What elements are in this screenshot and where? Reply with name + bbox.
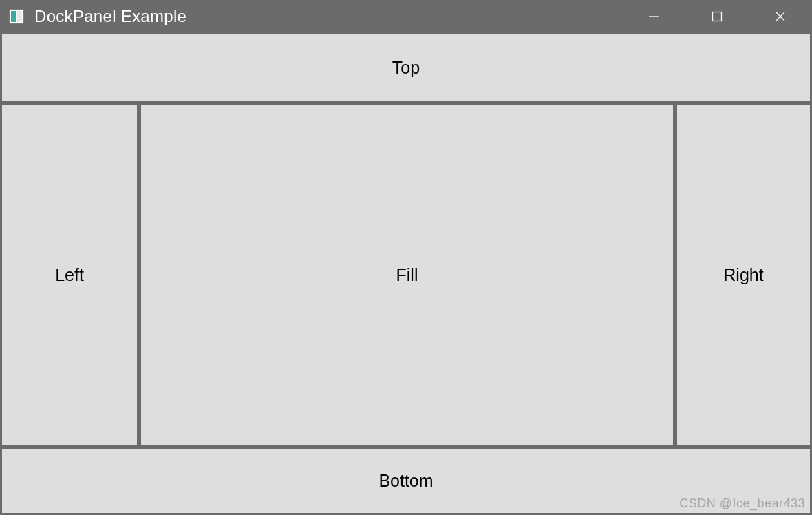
window-title: DockPanel Example xyxy=(34,7,622,26)
maximize-button[interactable] xyxy=(685,0,749,33)
app-icon xyxy=(8,8,25,25)
window-titlebar[interactable]: DockPanel Example xyxy=(0,0,812,33)
maximize-icon xyxy=(712,11,723,22)
svg-rect-1 xyxy=(11,11,16,22)
window-controls xyxy=(622,0,812,33)
minimize-icon xyxy=(648,11,659,22)
dock-panel-left[interactable]: Left xyxy=(1,105,138,445)
dock-panel-right[interactable]: Right xyxy=(676,105,811,445)
svg-rect-4 xyxy=(713,12,722,21)
panel-label: Left xyxy=(55,265,84,285)
dock-middle-row: Left Fill Right xyxy=(1,105,811,445)
svg-rect-2 xyxy=(17,11,22,22)
minimize-button[interactable] xyxy=(622,0,685,33)
panel-label: Bottom xyxy=(378,471,433,491)
panel-label: Top xyxy=(392,58,420,78)
dock-panel-fill[interactable]: Fill xyxy=(140,105,674,445)
client-area: Top Left Fill Right Bottom xyxy=(1,33,811,514)
dock-panel-top[interactable]: Top xyxy=(1,33,811,102)
dock-panel-bottom[interactable]: Bottom xyxy=(1,448,811,514)
close-icon xyxy=(775,11,786,22)
panel-label: Fill xyxy=(396,265,418,285)
panel-label: Right xyxy=(723,265,763,285)
close-button[interactable] xyxy=(749,0,812,33)
